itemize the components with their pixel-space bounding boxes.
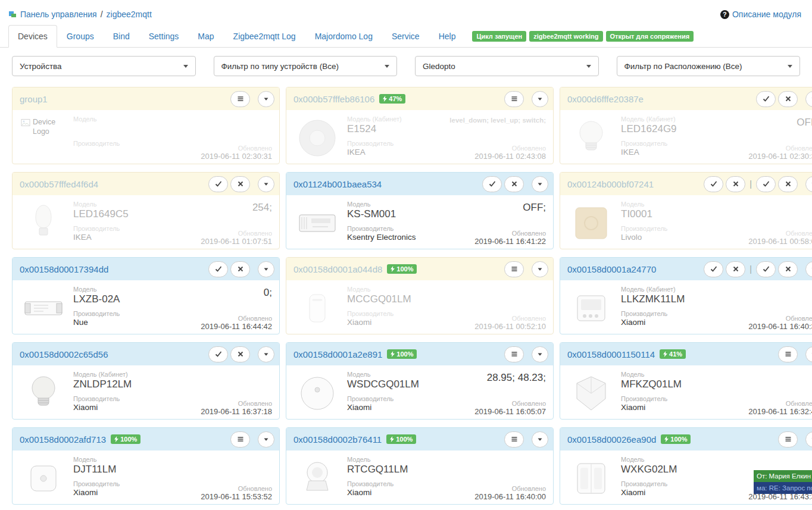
caret-button[interactable] — [805, 91, 812, 107]
device-type-filter[interactable]: Фильтр по типу устройств (Все) — [214, 56, 398, 76]
device-state: 254; — [252, 202, 272, 214]
cross-button[interactable] — [778, 261, 798, 277]
header-buttons — [504, 346, 548, 362]
vendor-value: Xiaomi — [347, 403, 419, 412]
model-label: Модель — [73, 456, 145, 463]
module-help-link[interactable]: Описание модуля — [732, 10, 801, 19]
tab-help[interactable]: Help — [429, 25, 466, 48]
cross-button[interactable] — [726, 176, 745, 192]
caret-button[interactable] — [805, 176, 812, 192]
check-button[interactable] — [482, 176, 502, 192]
tab-zigbee2mqtt-log[interactable]: Zigbee2mqtt Log — [224, 25, 305, 48]
list-button[interactable] — [504, 431, 524, 448]
caret-button[interactable] — [805, 261, 812, 277]
caret-button[interactable] — [532, 346, 548, 362]
list-button[interactable] — [504, 346, 524, 362]
tab-service[interactable]: Service — [382, 25, 429, 48]
cross-icon — [785, 95, 792, 102]
tab-map[interactable]: Map — [188, 25, 223, 48]
list-button[interactable] — [230, 91, 250, 107]
list-button[interactable] — [778, 346, 798, 362]
tab-bind[interactable]: Bind — [104, 25, 139, 48]
devices-filter[interactable]: Устройства — [12, 56, 196, 76]
battery-badge: 100% — [111, 434, 140, 444]
breadcrumb-root-link[interactable]: Панель управления — [20, 10, 97, 19]
device-address[interactable]: group1 — [20, 94, 48, 104]
cross-button[interactable] — [726, 261, 745, 277]
caret-button[interactable] — [532, 176, 548, 192]
caret-button[interactable] — [532, 91, 548, 107]
cross-button[interactable] — [230, 261, 250, 277]
caret-button[interactable] — [805, 346, 812, 362]
device-address[interactable]: 0x00158d0001a24770 — [567, 264, 656, 274]
cross-button[interactable] — [778, 176, 798, 192]
breadcrumb-current-link[interactable]: zigbee2mqtt — [107, 10, 152, 19]
device-address[interactable]: 0x00158d00017394dd — [20, 264, 108, 274]
device-image-broken: Device Logo — [17, 115, 70, 161]
cross-button[interactable] — [778, 91, 798, 107]
list-button[interactable] — [504, 261, 524, 277]
header-buttons — [778, 346, 812, 362]
device-address[interactable]: 0x000b57fffed4f6d4 — [20, 179, 98, 189]
check-button[interactable] — [704, 261, 723, 277]
device-card-body: Модель (Кабинет)LLKZMK11LMПроизводительX… — [560, 280, 812, 334]
check-button[interactable] — [208, 346, 228, 362]
device-address[interactable]: 0x01124b001baea534 — [293, 179, 382, 189]
caret-button[interactable] — [532, 261, 548, 277]
device-address[interactable]: 0x00158d0002b76411 — [293, 434, 382, 445]
device-address[interactable]: 0x00158d0001a2e891 — [293, 349, 382, 359]
caret-button[interactable] — [532, 431, 548, 448]
caret-button[interactable] — [805, 431, 812, 448]
list-button[interactable] — [504, 91, 524, 107]
device-address[interactable]: 0x00124b000bf07241 — [567, 179, 654, 189]
list-button[interactable] — [778, 431, 798, 448]
vendor-filter[interactable]: Gledopto — [415, 56, 599, 76]
cross-button[interactable] — [230, 346, 250, 362]
check-button[interactable] — [208, 261, 228, 277]
device-card-body: Модель (Кабинет)ZNLDP12LMПроизводительXi… — [13, 365, 279, 420]
cross-button[interactable] — [504, 176, 524, 192]
module-help[interactable]: ? Описание модуля — [720, 10, 801, 19]
list-button[interactable] — [230, 431, 250, 448]
device-info: МодельLED1649C5ПроизводительIKEA — [73, 201, 145, 246]
vendor-label: Производитель — [347, 395, 419, 402]
check-button[interactable] — [756, 91, 776, 107]
device-card-header: 0x000d6fffe20387e — [560, 87, 812, 110]
vendor-value: IKEA — [621, 148, 692, 157]
device-address[interactable]: 0x000b57fffeb86106 — [293, 94, 374, 104]
check-button[interactable] — [756, 176, 776, 192]
model-label: Модель — [621, 456, 692, 463]
tab-majordomo-log[interactable]: Majordomo Log — [305, 25, 382, 48]
device-image-door-sensor — [291, 286, 343, 331]
tab-groups[interactable]: Groups — [57, 25, 104, 48]
device-state-col: Обновлено2019-06-11 02:30:31 — [201, 115, 272, 161]
check-button[interactable] — [704, 176, 723, 192]
updated-label: Обновлено — [201, 315, 272, 322]
updated-value: 2019-06-11 01:07:51 — [201, 237, 272, 246]
device-address[interactable]: 0x00158d0001a044d8 — [293, 264, 382, 274]
device-address[interactable]: 0x00158d00026ea90d — [567, 434, 656, 445]
device-address[interactable]: 0x00158d0001150114 — [567, 349, 655, 359]
model-label: Модель (Кабинет) — [621, 115, 692, 123]
check-icon — [763, 95, 770, 102]
updated-block: Обновлено2019-06-11 00:52:10 — [474, 315, 546, 331]
cross-button[interactable] — [230, 176, 250, 192]
device-image-cube — [565, 371, 617, 416]
location-filter[interactable]: Фильтр по Расположению (Все) — [617, 56, 801, 76]
caret-button[interactable] — [258, 176, 274, 192]
caret-button[interactable] — [258, 431, 274, 448]
tab-settings[interactable]: Settings — [139, 25, 189, 48]
tab-devices[interactable]: Devices — [8, 25, 57, 48]
lightning-icon — [664, 436, 669, 442]
device-address[interactable]: 0x000d6fffe20387e — [567, 94, 644, 104]
device-address[interactable]: 0x00158d0002c65d56 — [20, 349, 108, 359]
caret-button[interactable] — [258, 346, 274, 362]
device-state-col: 0;Обновлено2019-06-11 16:44:42 — [201, 286, 272, 331]
caret-button[interactable] — [258, 261, 274, 277]
notification-popup[interactable]: От: Мария Елкин ма: RE: Запрос по — [754, 470, 812, 494]
check-button[interactable] — [208, 176, 228, 192]
check-button[interactable] — [756, 261, 776, 277]
device-address[interactable]: 0x00158d0002afd713 — [20, 434, 106, 445]
cross-icon — [732, 265, 739, 273]
caret-button[interactable] — [258, 91, 274, 107]
